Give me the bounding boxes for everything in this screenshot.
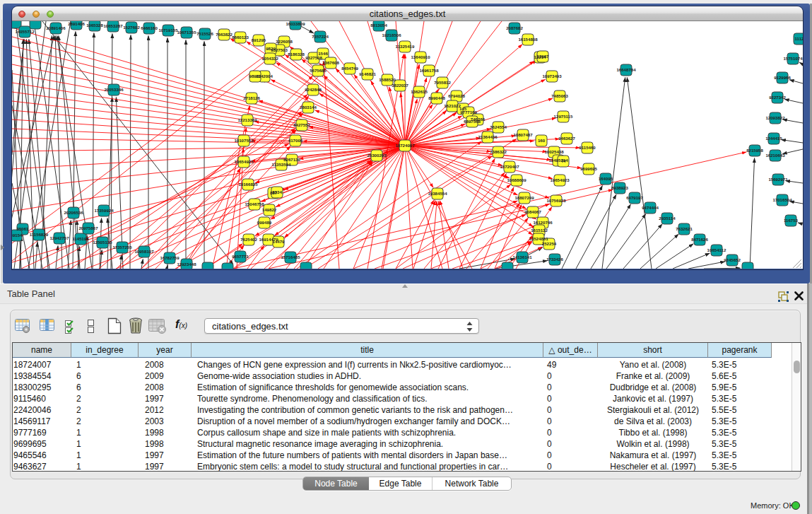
svg-text:1546: 1546 [318, 51, 328, 56]
svg-text:11325419: 11325419 [396, 44, 415, 49]
svg-text:9227342: 9227342 [769, 95, 786, 100]
svg-text:16120746: 16120746 [533, 220, 553, 225]
svg-text:11353594: 11353594 [272, 162, 291, 167]
svg-text:9657771: 9657771 [232, 254, 249, 259]
svg-text:2367608: 2367608 [322, 60, 339, 65]
svg-text:1112: 1112 [795, 36, 803, 41]
svg-text:160: 160 [538, 138, 546, 143]
svg-text:8813054: 8813054 [370, 23, 387, 28]
svg-text:1527602: 1527602 [123, 25, 140, 30]
svg-text:12975115: 12975115 [554, 114, 573, 119]
svg-text:10654112: 10654112 [707, 247, 726, 252]
svg-text:18724007: 18724007 [395, 143, 415, 148]
svg-text:15692971: 15692971 [768, 177, 788, 182]
svg-text:8267130: 8267130 [283, 157, 300, 162]
svg-text:2718126: 2718126 [243, 95, 260, 100]
svg-text:19654925: 19654925 [234, 159, 254, 164]
svg-text:8454749: 8454749 [341, 66, 358, 71]
svg-text:1054332: 1054332 [261, 56, 278, 61]
svg-text:16782759: 16782759 [160, 255, 180, 260]
svg-text:5675685: 5675685 [310, 68, 326, 73]
svg-text:11156829: 11156829 [30, 232, 49, 237]
svg-text:8186328: 8186328 [288, 52, 305, 57]
svg-text:10958107: 10958107 [134, 249, 154, 254]
svg-text:15751074: 15751074 [783, 56, 803, 61]
svg-text:164095: 164095 [599, 176, 613, 181]
svg-text:7955812: 7955812 [434, 80, 451, 85]
svg-text:17357255: 17357255 [112, 245, 132, 250]
svg-text:6479197: 6479197 [626, 195, 643, 200]
svg-text:1244415: 1244415 [765, 136, 782, 141]
svg-text:9829: 9829 [266, 46, 276, 51]
svg-text:1145194: 1145194 [72, 236, 89, 241]
svg-text:18807249: 18807249 [514, 195, 534, 200]
svg-text:10756928: 10756928 [546, 198, 566, 203]
svg-text:9463627: 9463627 [558, 136, 575, 141]
svg-text:9777169: 9777169 [460, 110, 477, 115]
svg-text:16033809: 16033809 [286, 21, 305, 26]
svg-text:10688609: 10688609 [507, 177, 526, 182]
svg-text:3226058: 3226058 [276, 39, 293, 44]
svg-text:19384554: 19384554 [428, 191, 447, 196]
svg-text:2803144: 2803144 [300, 105, 317, 110]
svg-text:10107553: 10107553 [234, 138, 254, 143]
svg-text:1588520: 1588520 [379, 77, 396, 82]
svg-text:116753: 116753 [784, 218, 799, 223]
svg-text:14055712: 14055712 [15, 29, 35, 34]
svg-text:10807487: 10807487 [513, 132, 533, 137]
svg-text:8215958: 8215958 [746, 148, 763, 153]
svg-text:10025438: 10025438 [544, 149, 564, 154]
svg-text:099489: 099489 [257, 220, 272, 225]
svg-text:6466160: 6466160 [141, 25, 158, 30]
svg-text:7357224: 7357224 [312, 34, 329, 39]
svg-text:8471626: 8471626 [691, 237, 708, 242]
svg-text:15720407: 15720407 [500, 164, 519, 169]
svg-text:9084067: 9084067 [524, 209, 541, 214]
svg-text:16210643: 16210643 [765, 153, 785, 158]
svg-text:10973493: 10973493 [542, 74, 562, 78]
svg-text:8938923: 8938923 [611, 185, 628, 190]
svg-text:12923448: 12923448 [177, 262, 196, 267]
svg-text:13524851: 13524851 [529, 236, 548, 241]
svg-text:21364436: 21364436 [478, 134, 498, 139]
svg-text:16648784: 16648784 [616, 67, 636, 72]
svg-text:19654923: 19654923 [550, 177, 570, 182]
svg-text:6794028: 6794028 [448, 93, 465, 98]
svg-text:7515526: 7515526 [196, 31, 213, 36]
svg-text:16961758: 16961758 [419, 68, 439, 73]
svg-text:891295: 891295 [252, 37, 266, 42]
svg-text:1065328: 1065328 [86, 23, 103, 28]
svg-text:1733426: 1733426 [546, 257, 563, 262]
svg-text:19166825: 19166825 [238, 182, 258, 187]
svg-text:8334: 8334 [272, 189, 282, 194]
svg-text:17016504: 17016504 [772, 197, 792, 202]
svg-text:20975867: 20975867 [78, 226, 98, 230]
svg-text:15046758: 15046758 [245, 201, 264, 206]
svg-text:9245652: 9245652 [724, 257, 741, 262]
svg-text:16154808: 16154808 [518, 37, 538, 42]
svg-text:6897568: 6897568 [464, 119, 481, 124]
svg-text:8427552: 8427552 [293, 122, 310, 127]
svg-text:7632621: 7632621 [676, 226, 693, 231]
svg-text:9146821: 9146821 [359, 71, 376, 76]
svg-text:12942757: 12942757 [49, 235, 69, 240]
svg-text:14479: 14479 [273, 239, 286, 244]
svg-text:9129966: 9129966 [774, 75, 791, 80]
svg-text:10671355: 10671355 [177, 30, 196, 35]
svg-text:10719155: 10719155 [158, 28, 178, 33]
svg-text:17359924: 17359924 [94, 208, 114, 213]
svg-text:1362615: 1362615 [411, 89, 428, 94]
svg-text:10653287: 10653287 [103, 23, 123, 28]
svg-text:9474444: 9474444 [642, 205, 659, 210]
svg-text:7386322: 7386322 [490, 149, 507, 154]
svg-text:417006: 417006 [288, 138, 303, 143]
svg-text:7625402: 7625402 [240, 237, 257, 242]
svg-text:9242848: 9242848 [305, 87, 322, 92]
svg-text:35061: 35061 [17, 226, 30, 231]
svg-text:2087682: 2087682 [506, 25, 523, 30]
svg-text:2891406: 2891406 [68, 21, 85, 26]
svg-text:3822037: 3822037 [392, 83, 408, 88]
svg-text:9115460: 9115460 [579, 145, 596, 150]
svg-text:44: 44 [561, 158, 566, 163]
svg-text:20053346: 20053346 [104, 87, 124, 92]
